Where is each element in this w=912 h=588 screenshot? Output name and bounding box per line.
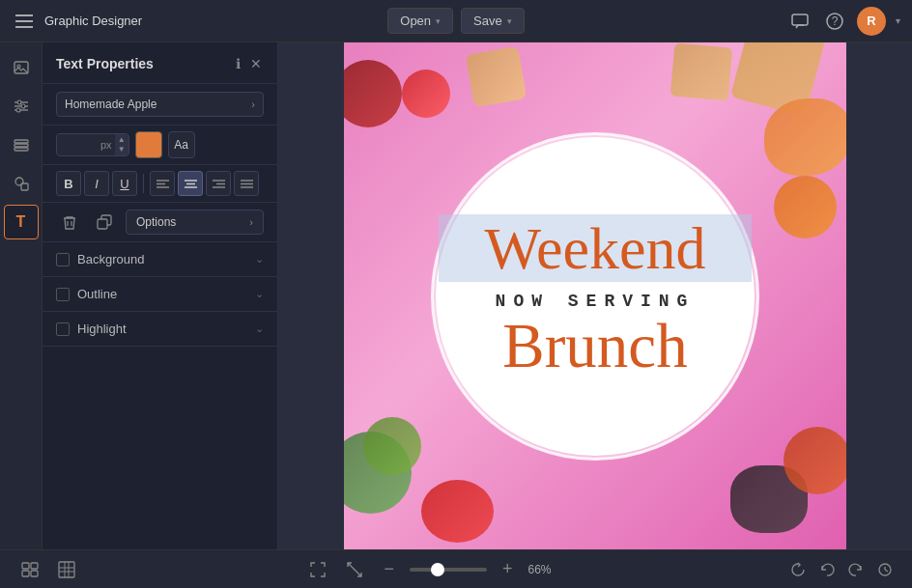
- zoom-in-button[interactable]: +: [497, 557, 519, 581]
- svg-point-14: [15, 178, 23, 185]
- duplicate-button[interactable]: [91, 209, 118, 236]
- hamburger-button[interactable]: [12, 11, 37, 32]
- food-item-11: [466, 45, 527, 107]
- background-accordion-header[interactable]: Background ⌄: [43, 242, 277, 276]
- food-item-6: [421, 480, 494, 543]
- fullscreen-button[interactable]: [304, 558, 331, 581]
- panel-close-button[interactable]: ✕: [248, 54, 264, 73]
- svg-rect-11: [14, 140, 28, 143]
- white-circle: Weekend NOW SERVING Brunch: [436, 137, 755, 456]
- align-center-button[interactable]: [178, 171, 203, 196]
- outline-accordion-header[interactable]: Outline ⌄: [43, 277, 277, 311]
- sidebar-item-layers[interactable]: [4, 127, 39, 162]
- svg-rect-0: [792, 14, 808, 25]
- food-item-5: [363, 417, 421, 475]
- sidebar-item-images[interactable]: [4, 50, 39, 85]
- zoom-percentage: 66%: [528, 563, 563, 576]
- avatar-chevron-icon[interactable]: ▾: [896, 15, 900, 26]
- save-chevron-icon: ▾: [507, 16, 512, 26]
- format-divider: [143, 174, 144, 193]
- background-label: Background: [77, 252, 247, 266]
- highlight-checkbox[interactable]: [56, 322, 70, 336]
- color-swatch[interactable]: [135, 131, 162, 158]
- food-item-12: [670, 42, 733, 100]
- outline-section: Outline ⌄: [43, 277, 277, 312]
- weekend-text: Weekend: [484, 215, 705, 281]
- options-button[interactable]: Options ›: [126, 210, 264, 235]
- delete-button[interactable]: [56, 209, 83, 236]
- size-down-arrow[interactable]: ▼: [118, 145, 126, 154]
- svg-rect-34: [22, 571, 29, 576]
- grid-bottom-button[interactable]: [52, 557, 81, 582]
- align-right-button[interactable]: [206, 171, 231, 196]
- svg-rect-32: [22, 563, 29, 569]
- resize-button[interactable]: [341, 558, 368, 581]
- bottombar-center: − + 66%: [304, 557, 562, 581]
- svg-rect-31: [98, 219, 107, 229]
- outline-checkbox[interactable]: [56, 288, 70, 301]
- icon-sidebar: T: [0, 42, 43, 549]
- svg-rect-13: [14, 148, 28, 151]
- background-checkbox[interactable]: [56, 253, 70, 266]
- topbar-right: ? R ▾: [525, 7, 900, 36]
- svg-text:?: ?: [832, 14, 839, 28]
- align-left-button[interactable]: [150, 171, 175, 196]
- layers-bottom-button[interactable]: [15, 557, 44, 582]
- refresh-button[interactable]: [786, 558, 810, 581]
- bottombar-left: [15, 557, 81, 582]
- text-case-button[interactable]: Aa: [168, 131, 195, 158]
- svg-point-8: [17, 100, 21, 104]
- save-button[interactable]: Save ▾: [461, 8, 525, 34]
- svg-rect-12: [14, 144, 28, 147]
- zoom-out-button[interactable]: −: [378, 557, 400, 581]
- font-selector[interactable]: Homemade Apple ›: [56, 92, 264, 117]
- serving-text: NOW SERVING: [496, 292, 696, 311]
- font-selector-chevron: ›: [251, 98, 255, 110]
- panel-header-icons: ℹ ✕: [234, 54, 264, 73]
- font-row: Homemade Apple ›: [43, 84, 277, 126]
- sidebar-item-text[interactable]: T: [4, 205, 39, 239]
- italic-button[interactable]: I: [84, 171, 109, 196]
- app-title: Graphic Designer: [44, 14, 142, 28]
- panel-header: Text Properties ℹ ✕: [43, 42, 277, 84]
- undo-button[interactable]: [815, 558, 839, 581]
- avatar[interactable]: R: [857, 7, 886, 36]
- font-name-label: Homemade Apple: [65, 98, 157, 111]
- highlight-accordion-header[interactable]: Highlight ⌄: [43, 312, 277, 346]
- svg-point-9: [21, 104, 25, 108]
- svg-rect-33: [31, 563, 38, 569]
- size-up-arrow[interactable]: ▲: [118, 135, 126, 145]
- highlight-section: Highlight ⌄: [43, 312, 277, 347]
- canvas-background: Weekend NOW SERVING Brunch: [344, 42, 846, 549]
- background-section: Background ⌄: [43, 242, 277, 277]
- redo-button[interactable]: [844, 558, 868, 581]
- sidebar-item-sliders[interactable]: [4, 89, 39, 124]
- svg-rect-35: [31, 571, 38, 576]
- chat-button[interactable]: [787, 10, 812, 33]
- panel-info-button[interactable]: ℹ: [234, 54, 242, 73]
- underline-button[interactable]: U: [112, 171, 137, 196]
- text-case-icon: Aa: [174, 138, 188, 152]
- svg-rect-36: [59, 562, 74, 577]
- align-justify-button[interactable]: [234, 171, 259, 196]
- svg-line-43: [885, 570, 888, 572]
- size-row: 96 px ▲ ▼ Aa: [43, 126, 277, 165]
- font-size-input[interactable]: 96: [57, 134, 100, 155]
- bold-button[interactable]: B: [56, 171, 81, 196]
- topbar-center: Open ▾ Save ▾: [387, 8, 524, 34]
- open-chevron-icon: ▾: [436, 16, 441, 26]
- outline-chevron-icon: ⌄: [255, 288, 264, 300]
- canvas-area[interactable]: Weekend NOW SERVING Brunch: [278, 42, 912, 549]
- sidebar-item-shapes[interactable]: [4, 166, 39, 201]
- weekend-wrap: Weekend: [439, 214, 752, 282]
- hamburger-icon: [15, 14, 33, 28]
- highlight-chevron-icon: ⌄: [255, 322, 264, 335]
- text-icon: T: [16, 213, 26, 231]
- zoom-slider[interactable]: [410, 568, 487, 572]
- history-button[interactable]: [873, 558, 897, 581]
- brunch-text: Brunch: [502, 315, 687, 378]
- open-button[interactable]: Open ▾: [387, 8, 453, 34]
- bottombar-right: [786, 558, 897, 581]
- help-button[interactable]: ?: [822, 9, 847, 34]
- food-item-3: [764, 98, 846, 176]
